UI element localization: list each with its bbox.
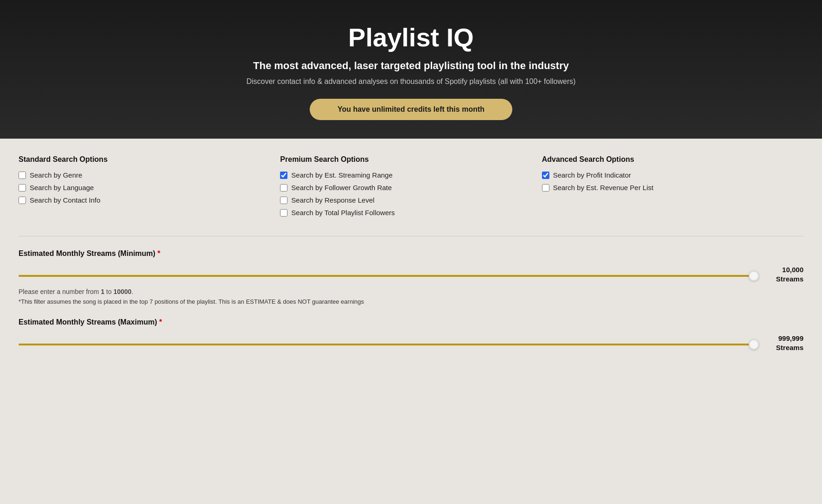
standard-search-column: Standard Search Options Search by Genre … xyxy=(19,155,280,221)
contact-checkbox[interactable] xyxy=(19,197,26,204)
standard-heading: Standard Search Options xyxy=(19,155,280,164)
max-streams-slider-container xyxy=(19,339,759,347)
streaming-range-checkbox[interactable] xyxy=(280,172,287,179)
checkbox-contact[interactable]: Search by Contact Info xyxy=(19,196,280,204)
checkbox-response-level[interactable]: Search by Response Level xyxy=(280,196,542,204)
premium-heading: Premium Search Options xyxy=(280,155,542,164)
page-subtitle: The most advanced, laser targeted playli… xyxy=(19,60,803,72)
total-followers-label: Search by Total Playlist Followers xyxy=(291,209,395,217)
profit-indicator-label: Search by Profit Indicator xyxy=(553,171,631,179)
min-streams-value: 10,000 Streams xyxy=(766,265,803,283)
main-content: Standard Search Options Search by Genre … xyxy=(0,139,822,382)
max-streams-label: Estimated Monthly Streams (Maximum) * xyxy=(19,318,803,326)
min-streams-note: *This filter assumes the song is placed … xyxy=(19,298,803,305)
search-options-grid: Standard Search Options Search by Genre … xyxy=(19,155,803,221)
follower-growth-label: Search by Follower Growth Rate xyxy=(291,184,392,191)
checkbox-language[interactable]: Search by Language xyxy=(19,184,280,191)
genre-checkbox[interactable] xyxy=(19,172,26,179)
page-title: Playlist IQ xyxy=(19,22,803,52)
checkbox-profit-indicator[interactable]: Search by Profit Indicator xyxy=(542,171,803,179)
profit-indicator-checkbox[interactable] xyxy=(542,172,549,179)
credits-badge: You have unlimited credits left this mon… xyxy=(310,99,512,120)
streaming-range-label: Search by Est. Streaming Range xyxy=(291,171,392,179)
checkbox-follower-growth[interactable]: Search by Follower Growth Rate xyxy=(280,184,542,191)
min-streams-slider-container xyxy=(19,270,759,279)
language-checkbox[interactable] xyxy=(19,184,26,191)
checkbox-total-followers[interactable]: Search by Total Playlist Followers xyxy=(280,209,542,217)
advanced-heading: Advanced Search Options xyxy=(542,155,803,164)
response-level-checkbox[interactable] xyxy=(280,197,287,204)
max-streams-value: 999,999 Streams xyxy=(766,334,803,352)
language-label: Search by Language xyxy=(30,184,94,191)
contact-label: Search by Contact Info xyxy=(30,196,101,204)
advanced-search-column: Advanced Search Options Search by Profit… xyxy=(542,155,803,221)
genre-label: Search by Genre xyxy=(30,171,82,179)
max-streams-slider[interactable] xyxy=(19,344,759,345)
total-followers-checkbox[interactable] xyxy=(280,209,287,217)
checkbox-streaming-range[interactable]: Search by Est. Streaming Range xyxy=(280,171,542,179)
min-streams-slider-row: 10,000 Streams xyxy=(19,265,803,283)
min-streams-section: Estimated Monthly Streams (Minimum) * 10… xyxy=(19,249,803,305)
max-streams-required: * xyxy=(159,318,162,326)
min-streams-slider[interactable] xyxy=(19,275,759,277)
page-description: Discover contact info & advanced analyse… xyxy=(19,77,803,86)
min-streams-required: * xyxy=(158,249,160,257)
min-streams-label: Estimated Monthly Streams (Minimum) * xyxy=(19,249,803,258)
premium-search-column: Premium Search Options Search by Est. St… xyxy=(280,155,542,221)
follower-growth-checkbox[interactable] xyxy=(280,184,287,191)
response-level-label: Search by Response Level xyxy=(291,196,374,204)
revenue-per-list-checkbox[interactable] xyxy=(542,184,549,191)
checkbox-genre[interactable]: Search by Genre xyxy=(19,171,280,179)
max-streams-slider-row: 999,999 Streams xyxy=(19,334,803,352)
revenue-per-list-label: Search by Est. Revenue Per List xyxy=(553,184,654,191)
min-streams-hint: Please enter a number from 1 to 10000. xyxy=(19,288,803,295)
section-divider xyxy=(19,236,803,236)
checkbox-revenue-per-list[interactable]: Search by Est. Revenue Per List xyxy=(542,184,803,191)
page-header: Playlist IQ The most advanced, laser tar… xyxy=(0,0,822,139)
max-streams-section: Estimated Monthly Streams (Maximum) * 99… xyxy=(19,318,803,352)
